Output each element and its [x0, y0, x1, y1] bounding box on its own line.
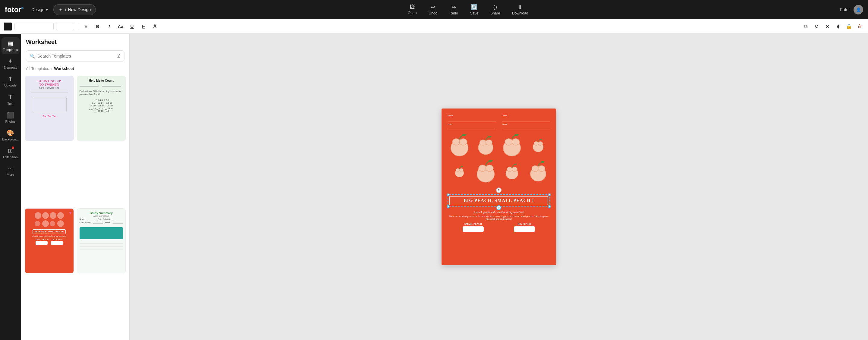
- chevron-down-icon: ▾: [69, 24, 71, 29]
- extension-icon-wrapper: ⊞: [8, 147, 13, 154]
- toolbar-download[interactable]: ⬇ Download: [510, 3, 530, 17]
- spacing-button[interactable]: ⌸: [139, 22, 148, 31]
- text-color-swatch[interactable]: [4, 22, 12, 31]
- template-peach-doc-title: BIG PEACH, SMALL PEACH!: [35, 230, 64, 233]
- handle-bl[interactable]: [447, 205, 450, 208]
- avatar[interactable]: 👤: [854, 5, 863, 14]
- sidebar-item-extension[interactable]: ⊞ Extension: [1, 145, 20, 161]
- refresh-button[interactable]: ↺: [812, 22, 821, 31]
- rotate-handle[interactable]: ↻: [496, 187, 501, 193]
- sidebar-item-more[interactable]: ··· More: [1, 162, 20, 179]
- peach-8: [527, 161, 549, 183]
- svg-point-21: [478, 165, 486, 172]
- templates-icon: ▦: [7, 40, 13, 47]
- italic-button[interactable]: I: [104, 22, 114, 31]
- doc-desc: There are so many peaches in the tree. A…: [447, 215, 550, 220]
- new-design-label: + New Design: [64, 7, 91, 12]
- share-icon: ⟨⟩: [493, 4, 497, 10]
- chevron-down-icon: ▾: [49, 24, 51, 29]
- plus-icon: ＋: [59, 7, 63, 12]
- template-study-box: [80, 227, 123, 239]
- breadcrumb-separator: ›: [51, 66, 52, 71]
- sidebar-item-text[interactable]: T Text: [1, 91, 20, 108]
- sidebar-item-uploads[interactable]: ⬆ Uploads: [1, 73, 20, 90]
- doc-bottom-counts: Small Peach Big Peach: [447, 223, 550, 232]
- svg-point-26: [512, 167, 518, 172]
- peach-4: [531, 138, 545, 153]
- template-help-numbers: 1 2 3 4 5 6 7 8_ 11 _ 13 14 _ 16 1719 20…: [80, 99, 123, 113]
- sidebar-item-background[interactable]: 🎨 Backgrou...: [1, 127, 20, 144]
- design-button[interactable]: Design ▾: [28, 5, 51, 14]
- crop-button[interactable]: ⊙: [823, 22, 832, 31]
- toolbar-redo[interactable]: ↪ Redo: [447, 3, 461, 17]
- template-counting-squiggle: 〜〜〜: [42, 113, 56, 120]
- sidebar-item-elements[interactable]: ✦ Elements: [1, 55, 20, 72]
- bold-button[interactable]: B: [93, 22, 102, 31]
- svg-point-6: [486, 140, 492, 145]
- font-case-button[interactable]: Aa: [116, 22, 125, 31]
- layers-button[interactable]: ⧫: [834, 22, 843, 31]
- lock-button[interactable]: 🔒: [844, 22, 854, 31]
- svg-point-30: [538, 165, 545, 171]
- photos-icon: ⬛: [7, 112, 14, 119]
- move-handle[interactable]: ✛: [496, 205, 501, 210]
- open-icon: 🖼: [410, 4, 415, 10]
- template-counting-box: [32, 97, 67, 112]
- svg-point-19: [461, 166, 463, 167]
- search-bar: 🔍 ⊻: [26, 50, 124, 61]
- new-design-button[interactable]: ＋ + New Design: [53, 4, 96, 15]
- download-icon: ⬇: [518, 4, 522, 10]
- template-card-help-count[interactable]: Help Me to Count Find sections: Fill in …: [77, 76, 126, 141]
- toolbar-right: Fotor 👤: [840, 5, 863, 14]
- breadcrumb: All Templates › Worksheet: [21, 64, 129, 73]
- breadcrumb-all-templates[interactable]: All Templates: [26, 66, 49, 71]
- svg-point-15: [539, 138, 542, 141]
- logo: fotor®: [5, 5, 24, 14]
- canvas-area[interactable]: Name Class Date Score: [130, 34, 868, 340]
- doc-subtitle: A quick game with small and big peaches!: [447, 211, 550, 214]
- toolbar-open[interactable]: 🖼 Open: [405, 3, 419, 16]
- toolbar-center: 🖼 Open ↩ Undo ↪ Redo 🔄 Save ⟨⟩ Share ⬇ D…: [96, 3, 840, 17]
- sidebar-icons: ▦ Templates ✦ Elements ⬆ Uploads T Text …: [0, 34, 21, 340]
- font-family-select[interactable]: SIGMAR ONE ▾: [14, 23, 54, 30]
- small-peach-input[interactable]: [463, 226, 484, 232]
- peach-7: [504, 164, 520, 180]
- svg-point-11: [514, 134, 519, 136]
- peach-2: [475, 136, 496, 156]
- favorite-heart-icon[interactable]: ♥: [69, 210, 71, 215]
- font-size-select[interactable]: 60 ▾: [56, 23, 74, 30]
- delete-button[interactable]: 🗑: [855, 22, 864, 31]
- svg-point-7: [488, 136, 492, 138]
- template-card-big-peach[interactable]: ♥ BIG PEACH, SMALL PEACH!: [25, 208, 74, 274]
- undo-icon: ↩: [431, 4, 435, 10]
- background-icon: 🎨: [7, 129, 14, 136]
- template-study-title: Study Summary: [80, 212, 123, 215]
- breadcrumb-worksheet: Worksheet: [54, 66, 74, 71]
- handle-tr[interactable]: [548, 193, 551, 196]
- toolbar-share[interactable]: ⟨⟩ Share: [488, 3, 502, 17]
- handle-tl[interactable]: [447, 193, 450, 196]
- template-card-study-summary[interactable]: Study Summary Noisy worksheet Name: Date…: [77, 208, 126, 274]
- handle-br[interactable]: [548, 205, 551, 208]
- text-style-button[interactable]: A: [150, 22, 159, 31]
- templates-grid: COUNTING UPTO TWENTY Let's count with To…: [21, 73, 129, 340]
- title-selection-box[interactable]: BIG PEACH, SMALL PEACH ! ✛: [447, 194, 550, 207]
- toolbar-save[interactable]: 🔄 Save: [468, 3, 481, 17]
- sidebar-item-photos[interactable]: ⬛ Photos: [1, 109, 20, 126]
- big-peach-input[interactable]: [514, 226, 535, 232]
- filter-button[interactable]: ⊻: [117, 53, 121, 59]
- align-button[interactable]: ≡: [82, 22, 91, 31]
- peach-3: [500, 134, 524, 158]
- underline-button[interactable]: U: [127, 22, 136, 31]
- main-content: ▦ Templates ✦ Elements ⬆ Uploads T Text …: [0, 34, 868, 340]
- template-card-counting[interactable]: COUNTING UPTO TWENTY Let's count with To…: [25, 76, 74, 141]
- toolbar-undo[interactable]: ↩ Undo: [426, 3, 440, 17]
- search-input[interactable]: [37, 54, 112, 59]
- svg-point-14: [538, 142, 543, 145]
- search-icon: 🔍: [30, 54, 35, 59]
- logo-area: fotor®: [5, 5, 24, 14]
- svg-point-27: [514, 164, 517, 166]
- svg-point-22: [486, 165, 493, 172]
- sidebar-item-templates[interactable]: ▦ Templates: [1, 37, 20, 54]
- duplicate-button[interactable]: ⧉: [801, 22, 810, 31]
